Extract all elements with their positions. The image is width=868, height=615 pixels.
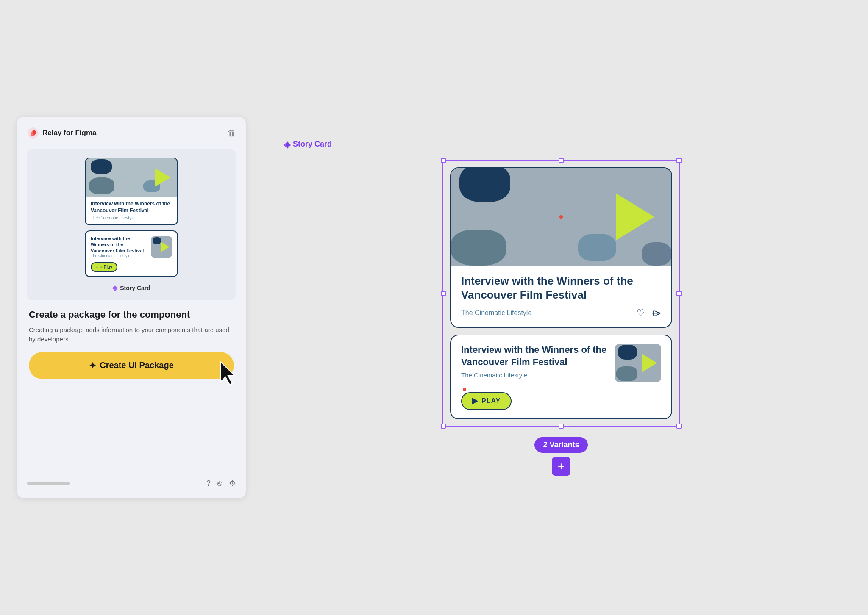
story-card-top-label-text: Story Card: [293, 140, 332, 149]
right-panel: ◈ Story Card Interview with the Winner: [271, 127, 851, 489]
handle-bottom-left[interactable]: [441, 424, 446, 429]
card-actions: ♡ ⌲: [637, 308, 661, 319]
relay-logo-icon: [27, 127, 39, 139]
mini-card-v1-body: Interview with the Winners of the Vancou…: [86, 197, 177, 224]
bottom-actions: 2 Variants +: [534, 437, 587, 476]
play-plus-icon: +: [96, 265, 98, 269]
story-card-label: ◈ Story Card: [112, 284, 150, 292]
create-ui-package-button[interactable]: ✦ Create UI Package: [29, 352, 234, 379]
bottom-icons: ? ⎋ ⚙: [206, 479, 236, 488]
diamond-top-icon: ◈: [284, 139, 290, 150]
big-card-v2-title: Interview with the Winners of the Vancou…: [461, 344, 608, 368]
big-card-v2-text: Interview with the Winners of the Vancou…: [461, 344, 608, 410]
handle-top-left[interactable]: [441, 158, 446, 163]
play-button-mini[interactable]: + + Play: [91, 262, 117, 272]
diamond-icon: ◈: [112, 284, 117, 292]
big-card-v2: Interview with the Winners of the Vancou…: [450, 335, 672, 419]
add-variant-button[interactable]: +: [552, 457, 570, 476]
story-card-label-text: Story Card: [120, 285, 150, 291]
settings-icon[interactable]: ⚙: [229, 479, 236, 488]
sparkles-icon: ✦: [89, 360, 96, 371]
handle-top-right[interactable]: [676, 158, 682, 163]
mini-card-v1-subtitle: The Cinematic Lifestyle: [91, 216, 172, 220]
variants-badge: 2 Variants: [534, 437, 587, 453]
handle-bottom-right[interactable]: [676, 424, 682, 429]
share-icon[interactable]: ⎋: [217, 479, 222, 488]
left-panel: Relay for Figma 🗑 Interview with the Win…: [17, 117, 246, 498]
create-section: Create a package for the component Creat…: [27, 309, 236, 379]
play-triangle-icon: [472, 398, 478, 404]
big-card-v1-title: Interview with the Winners of the Vancou…: [461, 274, 661, 303]
create-btn-label: Create UI Package: [100, 360, 174, 370]
delete-icon[interactable]: 🗑: [227, 128, 236, 138]
app-title: Relay for Figma: [42, 129, 97, 137]
big-card-v2-thumbnail: [615, 344, 661, 382]
handle-bottom-mid[interactable]: [559, 424, 564, 429]
mini-card-v2-text: Interview with the Winners of the Vancou…: [91, 235, 147, 258]
mini-card-v2-title: Interview with the Winners of the Vancou…: [91, 235, 147, 254]
share2-icon[interactable]: ⌲: [652, 308, 661, 319]
mini-card-v1-title: Interview with the Winners of the Vancou…: [91, 201, 172, 214]
mini-card-v1: Interview with the Winners of the Vancou…: [85, 158, 178, 225]
play-button-mini-label: + Play: [100, 265, 112, 269]
big-card-v1: Interview with the Winners of the Vancou…: [450, 167, 672, 328]
preview-area: Interview with the Winners of the Vancou…: [27, 149, 236, 300]
selection-container: Interview with the Winners of the Vancou…: [442, 160, 680, 427]
mini-card-v2: Interview with the Winners of the Vancou…: [85, 230, 178, 277]
mini-card-v2-subtitle: The Cinematic Lifestyle: [91, 254, 147, 258]
mini-card-v2-inner: Interview with the Winners of the Vancou…: [91, 235, 172, 258]
create-desc: Creating a package adds information to y…: [29, 325, 234, 344]
help-icon[interactable]: ?: [206, 479, 211, 488]
cursor-icon: [217, 360, 240, 388]
big-card-v2-subtitle: The Cinematic Lifestyle: [461, 371, 608, 379]
play-button-big[interactable]: PLAY: [461, 392, 512, 410]
card-thumbnail-v1: [86, 158, 177, 197]
handle-right-mid[interactable]: [676, 291, 682, 296]
app-title-group: Relay for Figma: [27, 127, 97, 139]
big-card-v1-thumbnail: [451, 168, 671, 266]
plus-icon: +: [558, 460, 565, 473]
big-card-v2-inner: Interview with the Winners of the Vancou…: [461, 344, 661, 410]
mini-card-v2-thumb: [151, 236, 172, 258]
handle-left-mid[interactable]: [441, 291, 446, 296]
big-card-v1-sub-row: The Cinematic Lifestyle ♡ ⌲: [461, 308, 661, 319]
panel-header: Relay for Figma 🗑: [27, 127, 236, 139]
play-btn-big-label: PLAY: [481, 397, 501, 405]
story-card-top-label: ◈ Story Card: [284, 139, 332, 150]
bottom-bar: ? ⎋ ⚙: [27, 472, 236, 488]
heart-icon[interactable]: ♡: [637, 308, 645, 319]
big-card-v1-subtitle: The Cinematic Lifestyle: [461, 309, 531, 317]
handle-top-mid[interactable]: [559, 158, 564, 163]
create-title: Create a package for the component: [29, 309, 234, 321]
scrollbar[interactable]: [27, 482, 70, 485]
big-card-v1-body: Interview with the Winners of the Vancou…: [451, 266, 671, 327]
